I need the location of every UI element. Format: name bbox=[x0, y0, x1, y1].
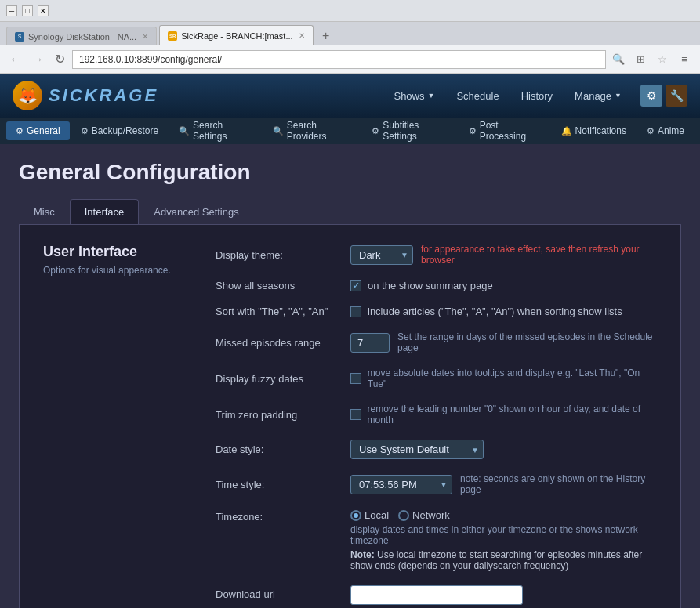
bookmark-icon[interactable]: ☆ bbox=[653, 50, 672, 69]
date-style-control: Use System Default ▼ bbox=[350, 440, 484, 459]
time-style-select[interactable]: 07:53:56 PM bbox=[350, 475, 452, 494]
subnav-search-providers[interactable]: 🔍 Search Providers bbox=[263, 116, 361, 146]
nav-history[interactable]: History bbox=[512, 85, 562, 107]
display-theme-row: Display theme: Dark Light ▼ for appearan… bbox=[216, 244, 657, 266]
show-all-seasons-label: Show all seasons bbox=[216, 280, 341, 291]
subnav-backup[interactable]: ⚙ Backup/Restore bbox=[71, 121, 168, 140]
trim-zero-label: Trim zero padding bbox=[216, 409, 341, 421]
subnav-post-processing[interactable]: ⚙ Post Processing bbox=[459, 116, 550, 146]
tab-close-2[interactable]: ✕ bbox=[299, 31, 305, 40]
download-url-control: URL where the shows can be downloaded. bbox=[350, 585, 529, 608]
trim-zero-control: remove the leading number "0" shown on h… bbox=[350, 404, 657, 425]
tab-synology[interactable]: S Synology DiskStation - NA... ✕ bbox=[6, 27, 157, 45]
nav-manage[interactable]: Manage ▼ bbox=[565, 85, 631, 107]
manage-arrow-icon: ▼ bbox=[615, 92, 622, 100]
new-tab-button[interactable]: + bbox=[317, 27, 335, 45]
time-style-row: Time style: 07:53:56 PM ▼ note: seconds … bbox=[216, 473, 657, 495]
trim-zero-checkbox[interactable] bbox=[350, 409, 361, 420]
timezone-network-dot bbox=[398, 510, 409, 521]
date-style-select[interactable]: Use System Default bbox=[350, 440, 484, 459]
logo-icon: 🦊 bbox=[13, 81, 42, 110]
trim-zero-hint: remove the leading number "0" shown on h… bbox=[368, 404, 657, 425]
anime-icon: ⚙ bbox=[647, 126, 655, 136]
sub-nav: ⚙ General ⚙ Backup/Restore 🔍 Search Sett… bbox=[0, 118, 700, 144]
sort-articles-control: include articles ("The", "A", "An") when… bbox=[350, 306, 622, 317]
trim-zero-row: Trim zero padding remove the leading num… bbox=[216, 404, 657, 425]
notifications-icon: 🔔 bbox=[561, 126, 572, 136]
subnav-search-settings[interactable]: 🔍 Search Settings bbox=[169, 116, 262, 146]
tab-advanced-settings[interactable]: Advanced Settings bbox=[139, 199, 253, 224]
display-theme-select[interactable]: Dark Light bbox=[350, 245, 413, 265]
show-all-seasons-checkbox[interactable]: ✓ bbox=[350, 280, 361, 291]
tab-sickrage[interactable]: SR SickRage - BRANCH:[mast... ✕ bbox=[159, 25, 313, 45]
timezone-local-label: Local bbox=[365, 509, 389, 521]
timezone-label: Timezone: bbox=[216, 509, 341, 523]
timezone-network-radio[interactable]: Network bbox=[398, 509, 450, 521]
menu-icon[interactable]: ≡ bbox=[675, 50, 694, 69]
sort-articles-checkbox[interactable] bbox=[350, 306, 361, 317]
subnav-notifications[interactable]: 🔔 Notifications bbox=[552, 121, 636, 140]
tab-misc[interactable]: Misc bbox=[19, 199, 70, 224]
page-content: General Configuration Misc Interface Adv… bbox=[0, 144, 700, 608]
time-style-label: Time style: bbox=[216, 479, 341, 490]
window-restore[interactable]: □ bbox=[22, 5, 33, 16]
tab-interface[interactable]: Interface bbox=[70, 199, 140, 224]
display-theme-hint: for appearance to take effect, save then… bbox=[421, 244, 657, 266]
section-info: User Interface Options for visual appear… bbox=[43, 244, 184, 608]
timezone-note: display dates and times in either your t… bbox=[350, 524, 657, 546]
section-title: User Interface bbox=[43, 244, 184, 260]
time-style-control: 07:53:56 PM ▼ note: seconds are only sho… bbox=[350, 473, 657, 495]
gear-button[interactable]: ⚙ bbox=[640, 85, 662, 107]
shows-arrow-icon: ▼ bbox=[428, 92, 435, 100]
wrench-button[interactable]: 🔧 bbox=[666, 85, 687, 107]
subnav-anime[interactable]: ⚙ Anime bbox=[637, 121, 694, 140]
subnav-subtitles[interactable]: ⚙ Subtitles Settings bbox=[362, 116, 457, 146]
window-close[interactable]: ✕ bbox=[38, 5, 49, 16]
timezone-local-radio[interactable]: Local bbox=[350, 509, 389, 521]
display-fuzzy-label: Display fuzzy dates bbox=[216, 373, 341, 385]
subtitles-icon: ⚙ bbox=[372, 126, 379, 136]
display-fuzzy-row: Display fuzzy dates move absolute dates … bbox=[216, 367, 657, 389]
tab-close-1[interactable]: ✕ bbox=[142, 32, 148, 41]
nav-shows[interactable]: Shows ▼ bbox=[384, 85, 444, 107]
missed-episodes-control: Set the range in days of the missed epis… bbox=[350, 331, 657, 353]
sort-articles-label: Sort with "The", "A", "An" bbox=[216, 306, 341, 317]
app-nav: Shows ▼ Schedule History Manage ▼ ⚙ 🔧 bbox=[384, 85, 687, 107]
sort-articles-row: Sort with "The", "A", "An" include artic… bbox=[216, 306, 657, 317]
search-providers-icon: 🔍 bbox=[273, 126, 284, 136]
tab-favicon-2: SR bbox=[168, 31, 177, 41]
address-bar[interactable]: 192.168.0.10:8899/config/general/ bbox=[72, 50, 606, 69]
section-description: Options for visual appearance. bbox=[43, 265, 184, 276]
nav-schedule[interactable]: Schedule bbox=[447, 85, 508, 107]
display-fuzzy-checkbox[interactable] bbox=[350, 373, 361, 384]
window-minimize[interactable]: ─ bbox=[6, 5, 17, 16]
timezone-network-label: Network bbox=[412, 509, 450, 521]
forward-button[interactable]: → bbox=[28, 50, 47, 69]
missed-episodes-hint: Set the range in days of the missed epis… bbox=[397, 331, 657, 353]
subnav-general[interactable]: ⚙ General bbox=[6, 121, 70, 140]
browser-titlebar: ─ □ ✕ bbox=[0, 0, 700, 22]
missed-episodes-input[interactable] bbox=[350, 333, 390, 353]
form-fields: Display theme: Dark Light ▼ for appearan… bbox=[216, 244, 657, 608]
download-url-input[interactable] bbox=[350, 585, 523, 605]
display-fuzzy-hint: move absolute dates into tooltips and di… bbox=[368, 367, 657, 389]
timezone-local-dot bbox=[350, 510, 361, 521]
date-style-label: Date style: bbox=[216, 443, 341, 455]
sort-articles-hint: include articles ("The", "A", "An") when… bbox=[368, 306, 622, 317]
search-icon[interactable]: 🔍 bbox=[609, 50, 628, 69]
config-panel: User Interface Options for visual appear… bbox=[19, 225, 681, 608]
backup-icon: ⚙ bbox=[81, 126, 89, 136]
date-style-row: Date style: Use System Default ▼ bbox=[216, 440, 657, 459]
tab-label-synology: Synology DiskStation - NA... bbox=[28, 32, 136, 42]
download-url-row: Download url URL where the shows can be … bbox=[216, 585, 657, 608]
display-theme-control: Dark Light ▼ for appearance to take effe… bbox=[350, 244, 657, 266]
missed-episodes-label: Missed episodes range bbox=[216, 337, 341, 349]
app-header: 🦊 SICKRAGE Shows ▼ Schedule History Mana… bbox=[0, 74, 700, 118]
back-button[interactable]: ← bbox=[6, 50, 25, 69]
extensions-icon[interactable]: ⊞ bbox=[631, 50, 650, 69]
app-logo: 🦊 SICKRAGE bbox=[13, 81, 158, 110]
display-fuzzy-control: move absolute dates into tooltips and di… bbox=[350, 367, 657, 389]
tab-bar: S Synology DiskStation - NA... ✕ SR Sick… bbox=[0, 22, 700, 45]
refresh-button[interactable]: ↻ bbox=[50, 50, 69, 69]
show-all-seasons-hint: on the show summary page bbox=[368, 280, 493, 291]
